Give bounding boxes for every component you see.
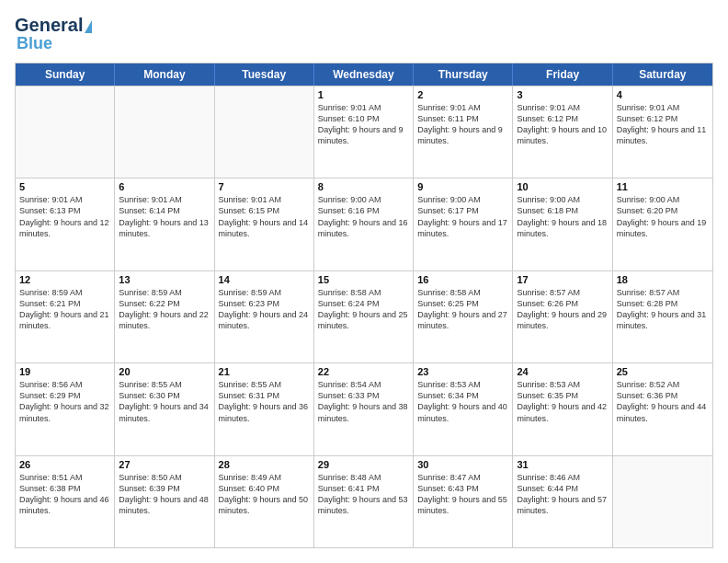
calendar-cell: 16Sunrise: 8:58 AM Sunset: 6:25 PM Dayli…	[414, 271, 513, 362]
day-number: 14	[219, 274, 310, 285]
calendar-cell: 25Sunrise: 8:52 AM Sunset: 6:36 PM Dayli…	[613, 363, 712, 454]
day-number: 11	[617, 181, 709, 192]
day-number: 1	[318, 89, 409, 100]
day-number: 15	[318, 274, 409, 285]
day-number: 20	[119, 366, 210, 377]
day-info: Sunrise: 9:01 AM Sunset: 6:15 PM Dayligh…	[219, 194, 310, 239]
calendar-cell: 18Sunrise: 8:57 AM Sunset: 6:28 PM Dayli…	[613, 271, 712, 362]
calendar-header-cell: Saturday	[613, 63, 712, 86]
day-number: 31	[517, 459, 608, 470]
calendar-cell: 27Sunrise: 8:50 AM Sunset: 6:39 PM Dayli…	[115, 456, 214, 547]
calendar-header-cell: Monday	[115, 63, 214, 86]
header: General Blue	[15, 15, 713, 53]
day-info: Sunrise: 8:56 AM Sunset: 6:29 PM Dayligh…	[19, 379, 110, 424]
calendar-header-cell: Thursday	[414, 63, 513, 86]
day-number: 27	[119, 459, 210, 470]
day-number: 28	[219, 459, 310, 470]
day-number: 23	[417, 366, 508, 377]
day-info: Sunrise: 8:57 AM Sunset: 6:28 PM Dayligh…	[617, 287, 709, 332]
calendar-cell: 13Sunrise: 8:59 AM Sunset: 6:22 PM Dayli…	[115, 271, 214, 362]
day-info: Sunrise: 8:59 AM Sunset: 6:23 PM Dayligh…	[219, 287, 310, 332]
calendar-header: SundayMondayTuesdayWednesdayThursdayFrid…	[16, 63, 712, 86]
calendar-cell	[16, 86, 115, 178]
day-info: Sunrise: 9:00 AM Sunset: 6:20 PM Dayligh…	[617, 194, 709, 239]
day-number: 6	[119, 181, 210, 192]
day-info: Sunrise: 8:55 AM Sunset: 6:31 PM Dayligh…	[219, 379, 310, 424]
calendar-cell: 22Sunrise: 8:54 AM Sunset: 6:33 PM Dayli…	[314, 363, 414, 454]
calendar-cell: 31Sunrise: 8:46 AM Sunset: 6:44 PM Dayli…	[513, 456, 612, 547]
calendar-header-cell: Sunday	[16, 63, 115, 86]
day-info: Sunrise: 8:54 AM Sunset: 6:33 PM Dayligh…	[318, 379, 409, 424]
day-number: 7	[219, 181, 310, 192]
day-info: Sunrise: 8:55 AM Sunset: 6:30 PM Dayligh…	[119, 379, 210, 424]
day-number: 17	[517, 274, 608, 285]
day-number: 19	[19, 366, 110, 377]
calendar-cell: 29Sunrise: 8:48 AM Sunset: 6:41 PM Dayli…	[314, 456, 414, 547]
day-info: Sunrise: 9:01 AM Sunset: 6:12 PM Dayligh…	[517, 102, 608, 147]
day-number: 24	[517, 366, 608, 377]
calendar-cell: 12Sunrise: 8:59 AM Sunset: 6:21 PM Dayli…	[16, 271, 115, 362]
calendar-cell: 11Sunrise: 9:00 AM Sunset: 6:20 PM Dayli…	[613, 178, 712, 270]
calendar-header-cell: Friday	[513, 63, 612, 86]
day-number: 22	[318, 366, 409, 377]
day-info: Sunrise: 8:48 AM Sunset: 6:41 PM Dayligh…	[318, 472, 409, 517]
day-info: Sunrise: 8:53 AM Sunset: 6:34 PM Dayligh…	[417, 379, 508, 424]
calendar-cell: 7Sunrise: 9:01 AM Sunset: 6:15 PM Daylig…	[215, 178, 314, 270]
page: General Blue SundayMondayTuesdayWednesda…	[0, 0, 728, 563]
day-info: Sunrise: 8:51 AM Sunset: 6:38 PM Dayligh…	[19, 472, 110, 517]
day-info: Sunrise: 9:01 AM Sunset: 6:11 PM Dayligh…	[417, 102, 508, 147]
calendar-row: 19Sunrise: 8:56 AM Sunset: 6:29 PM Dayli…	[16, 362, 712, 454]
day-info: Sunrise: 8:59 AM Sunset: 6:21 PM Dayligh…	[19, 287, 110, 332]
calendar-header-cell: Wednesday	[314, 63, 414, 86]
day-info: Sunrise: 8:49 AM Sunset: 6:40 PM Dayligh…	[219, 472, 310, 517]
day-number: 8	[318, 181, 409, 192]
calendar-cell: 5Sunrise: 9:01 AM Sunset: 6:13 PM Daylig…	[16, 178, 115, 270]
day-number: 10	[517, 181, 608, 192]
day-number: 9	[417, 181, 508, 192]
calendar-cell: 30Sunrise: 8:47 AM Sunset: 6:43 PM Dayli…	[414, 456, 513, 547]
calendar-cell: 15Sunrise: 8:58 AM Sunset: 6:24 PM Dayli…	[314, 271, 414, 362]
day-info: Sunrise: 8:58 AM Sunset: 6:24 PM Dayligh…	[318, 287, 409, 332]
calendar-cell: 23Sunrise: 8:53 AM Sunset: 6:34 PM Dayli…	[414, 363, 513, 454]
day-info: Sunrise: 9:01 AM Sunset: 6:12 PM Dayligh…	[617, 102, 709, 147]
logo-triangle-icon	[85, 20, 92, 33]
day-number: 13	[119, 274, 210, 285]
calendar-cell: 3Sunrise: 9:01 AM Sunset: 6:12 PM Daylig…	[513, 86, 612, 178]
day-number: 26	[19, 459, 110, 470]
day-info: Sunrise: 9:01 AM Sunset: 6:14 PM Dayligh…	[119, 194, 210, 239]
calendar-cell: 14Sunrise: 8:59 AM Sunset: 6:23 PM Dayli…	[215, 271, 314, 362]
day-info: Sunrise: 8:46 AM Sunset: 6:44 PM Dayligh…	[517, 472, 608, 517]
calendar-row: 26Sunrise: 8:51 AM Sunset: 6:38 PM Dayli…	[16, 455, 712, 547]
calendar: SundayMondayTuesdayWednesdayThursdayFrid…	[15, 63, 713, 548]
calendar-cell	[613, 456, 712, 547]
calendar-cell: 4Sunrise: 9:01 AM Sunset: 6:12 PM Daylig…	[613, 86, 712, 178]
calendar-row: 12Sunrise: 8:59 AM Sunset: 6:21 PM Dayli…	[16, 270, 712, 362]
day-info: Sunrise: 8:53 AM Sunset: 6:35 PM Dayligh…	[517, 379, 608, 424]
day-number: 12	[19, 274, 110, 285]
day-number: 3	[517, 89, 608, 100]
calendar-cell: 8Sunrise: 9:00 AM Sunset: 6:16 PM Daylig…	[314, 178, 414, 270]
day-info: Sunrise: 8:58 AM Sunset: 6:25 PM Dayligh…	[417, 287, 508, 332]
day-number: 21	[219, 366, 310, 377]
calendar-cell: 17Sunrise: 8:57 AM Sunset: 6:26 PM Dayli…	[513, 271, 612, 362]
day-number: 2	[417, 89, 508, 100]
day-info: Sunrise: 8:47 AM Sunset: 6:43 PM Dayligh…	[417, 472, 508, 517]
day-number: 25	[617, 366, 709, 377]
calendar-cell	[215, 86, 314, 178]
day-number: 30	[417, 459, 508, 470]
day-number: 5	[19, 181, 110, 192]
calendar-cell: 26Sunrise: 8:51 AM Sunset: 6:38 PM Dayli…	[16, 456, 115, 547]
day-number: 18	[617, 274, 709, 285]
calendar-cell: 19Sunrise: 8:56 AM Sunset: 6:29 PM Dayli…	[16, 363, 115, 454]
day-number: 29	[318, 459, 409, 470]
calendar-cell: 28Sunrise: 8:49 AM Sunset: 6:40 PM Dayli…	[215, 456, 314, 547]
day-info: Sunrise: 9:00 AM Sunset: 6:18 PM Dayligh…	[517, 194, 608, 239]
day-info: Sunrise: 9:01 AM Sunset: 6:10 PM Dayligh…	[318, 102, 409, 147]
day-info: Sunrise: 8:59 AM Sunset: 6:22 PM Dayligh…	[119, 287, 210, 332]
day-info: Sunrise: 9:00 AM Sunset: 6:17 PM Dayligh…	[417, 194, 508, 239]
logo-text: General	[15, 15, 92, 35]
calendar-cell: 2Sunrise: 9:01 AM Sunset: 6:11 PM Daylig…	[414, 86, 513, 178]
calendar-cell: 1Sunrise: 9:01 AM Sunset: 6:10 PM Daylig…	[314, 86, 414, 178]
calendar-cell	[115, 86, 214, 178]
day-info: Sunrise: 9:00 AM Sunset: 6:16 PM Dayligh…	[318, 194, 409, 239]
